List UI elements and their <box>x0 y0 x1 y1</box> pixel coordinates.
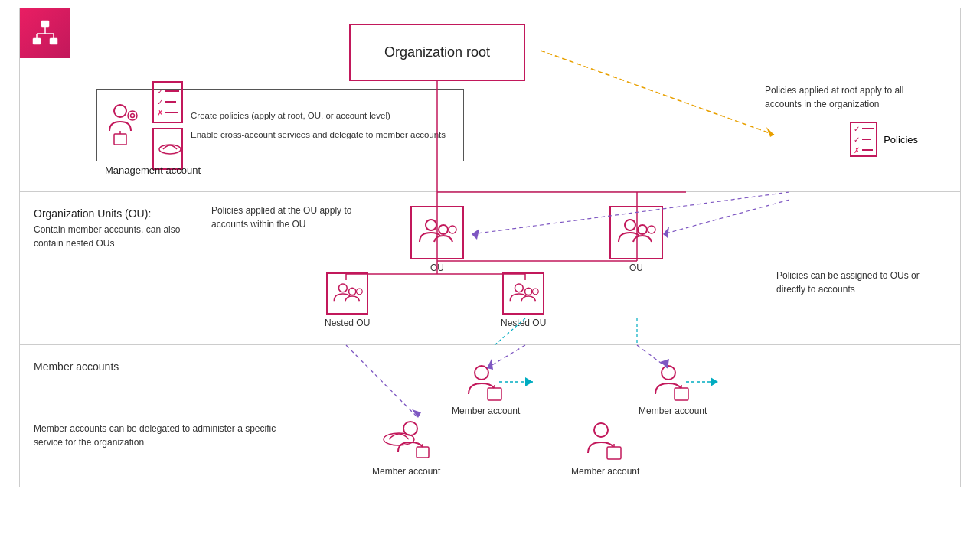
svg-rect-2 <box>50 38 57 44</box>
ou-icon-border-2 <box>609 206 663 259</box>
nested-ou-border-2 <box>502 272 544 315</box>
svg-marker-64 <box>710 377 718 386</box>
checklist-icon-1: ✓ ✓ ✗ <box>152 81 183 123</box>
svg-point-20 <box>625 220 635 230</box>
svg-point-49 <box>403 422 417 435</box>
root-section: Organization root <box>20 8 960 192</box>
member-section-title: Member accounts <box>34 360 119 373</box>
svg-point-9 <box>131 114 135 118</box>
management-account-box: ✓ ✓ ✗ Create policies (apply at root, OU… <box>96 89 464 161</box>
member-account-label-2: Member account <box>639 406 707 416</box>
ou-section: Organization Units (OU): Contain member … <box>20 192 960 345</box>
svg-rect-46 <box>675 388 688 400</box>
svg-point-19 <box>449 226 456 233</box>
ou-label-2: OU <box>629 262 643 273</box>
annotation-root-policies: Policies applied at root apply to all ac… <box>765 83 918 111</box>
svg-rect-10 <box>114 134 126 145</box>
member-section-desc: Member accounts can be delegated to admi… <box>34 422 279 449</box>
member-account-4: Member account <box>571 418 639 477</box>
org-root-box: Organization root <box>349 24 525 81</box>
logo-box <box>20 8 70 58</box>
svg-point-8 <box>128 111 137 120</box>
svg-marker-39 <box>663 227 669 238</box>
checklist-icon-2 <box>152 128 183 170</box>
svg-line-15 <box>541 51 774 135</box>
svg-point-22 <box>648 226 655 233</box>
ou-label-1: OU <box>430 262 444 273</box>
nested-ou-label-1: Nested OU <box>325 318 370 328</box>
svg-point-23 <box>338 283 347 292</box>
ou-icon-border-1 <box>410 206 464 259</box>
policies-label: Policies <box>884 134 918 145</box>
svg-point-21 <box>638 225 647 234</box>
svg-point-17 <box>426 220 436 230</box>
svg-point-27 <box>524 288 531 295</box>
svg-marker-62 <box>525 377 533 386</box>
mgmt-descriptions: Create policies (apply at root, OU, or a… <box>191 109 446 140</box>
svg-rect-50 <box>416 447 429 458</box>
checklist-icons: ✓ ✓ ✗ <box>152 81 183 170</box>
policies-box: ✓ ✓ ✗ Policies <box>850 122 918 157</box>
svg-point-7 <box>114 105 126 117</box>
member-section: Member accounts Member accounts can be d… <box>20 345 960 487</box>
policies-icon: ✓ ✓ ✗ <box>850 122 877 157</box>
org-root-label: Organization root <box>384 44 490 60</box>
ou-icon-2: OU <box>609 206 663 273</box>
svg-rect-43 <box>488 388 501 400</box>
member-account-1: Member account <box>452 360 520 416</box>
nested-ou-border-1 <box>326 272 368 315</box>
svg-marker-16 <box>766 127 774 137</box>
member-account-3: Member account <box>372 418 440 477</box>
svg-point-25 <box>356 289 362 295</box>
svg-point-42 <box>475 366 488 380</box>
svg-point-12 <box>159 145 181 154</box>
annotation-ou-policies: Policies applied at the OU apply to acco… <box>211 204 387 231</box>
svg-point-45 <box>662 366 675 380</box>
svg-point-24 <box>348 288 355 295</box>
ou-section-desc: Contain member accounts, can alsocontain… <box>34 223 180 250</box>
svg-rect-1 <box>33 38 41 44</box>
svg-point-52 <box>594 423 608 437</box>
ou-section-title: Organization Units (OU): Contain member … <box>34 207 180 250</box>
svg-point-28 <box>532 289 538 295</box>
nested-ou-label-2: Nested OU <box>501 318 546 328</box>
nested-ou-2: Nested OU <box>501 272 546 328</box>
mgmt-text-2: Enable cross-account services and delega… <box>191 129 446 141</box>
mgmt-person-icon <box>106 100 145 150</box>
svg-rect-0 <box>41 21 49 27</box>
svg-line-55 <box>346 345 418 418</box>
svg-point-18 <box>439 225 448 234</box>
mgmt-text-1: Create policies (apply at root, OU, or a… <box>191 109 446 122</box>
member-account-2: Member account <box>639 360 707 416</box>
main-diagram: Organization root <box>19 8 961 487</box>
svg-marker-56 <box>412 409 421 418</box>
svg-marker-37 <box>472 229 479 240</box>
svg-rect-53 <box>607 447 621 459</box>
mgmt-label: Management account <box>105 165 201 176</box>
svg-point-26 <box>514 283 523 292</box>
member-account-label-4: Member account <box>571 466 639 477</box>
annotation-ou-assign: Policies can be assigned to OUs or direc… <box>776 269 929 296</box>
svg-line-38 <box>663 200 789 234</box>
member-account-label-1: Member account <box>452 406 520 416</box>
ou-icon-1: OU <box>410 206 464 273</box>
nested-ou-1: Nested OU <box>325 272 370 328</box>
member-account-label-3: Member account <box>372 466 440 477</box>
